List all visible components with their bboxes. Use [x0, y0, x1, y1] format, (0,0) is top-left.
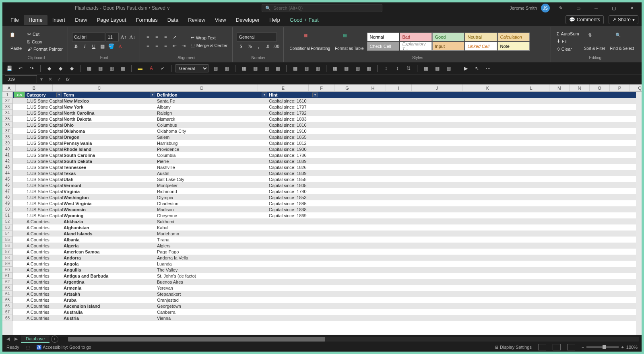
cell-hint[interactable]	[268, 291, 319, 297]
table-row[interactable]: 1.US State CapitalsWisconsinMadisonCapit…	[13, 206, 642, 212]
cell-definition[interactable]: Charleston	[156, 200, 268, 206]
menu-tab-formulas[interactable]: Formulas	[131, 15, 163, 25]
filter-icon[interactable]: ▼	[56, 93, 62, 97]
row-header[interactable]: 43	[2, 164, 13, 170]
cell-hint[interactable]	[268, 243, 319, 249]
cell-hint[interactable]	[268, 218, 319, 224]
search-box[interactable]: 🔍 Search (Alt+Q)	[262, 4, 382, 12]
increase-font-button[interactable]: A↑	[120, 33, 128, 41]
display-settings-button[interactable]: 🖥 Display Settings	[494, 345, 532, 350]
cell-term[interactable]: Antigua and Barbuda	[63, 273, 156, 279]
filter-icon[interactable]: ▼	[150, 93, 155, 97]
cell-term[interactable]: Oregon	[63, 134, 156, 140]
style-explanatory[interactable]: Explanatory T...	[400, 42, 432, 51]
cell-term[interactable]: New Mexico	[63, 98, 156, 104]
cell-category[interactable]: 1.US State Capitals	[26, 104, 63, 110]
row-header[interactable]: 1	[2, 92, 13, 98]
menu-tab-draw[interactable]: Draw	[70, 15, 92, 25]
cell-term[interactable]: Virginia	[63, 188, 156, 194]
cell-category[interactable]: 1.US State Capitals	[26, 140, 63, 146]
style-bad[interactable]: Bad	[400, 33, 432, 41]
cell-definition[interactable]: St. John's (de facto)	[156, 273, 268, 279]
cell-hint[interactable]: Capital since: 1885	[268, 200, 319, 206]
table-row[interactable]: 1.US State CapitalsWyomingCheyenneCapita…	[13, 212, 642, 218]
cell-hint[interactable]: Capital since: 1805	[268, 182, 319, 188]
cell-definition[interactable]: Stepanakert	[156, 291, 268, 297]
row-header[interactable]: 45	[2, 176, 13, 182]
column-header-D[interactable]: D	[146, 84, 258, 91]
table-row[interactable]: 1.US State CapitalsVirginiaRichmondCapit…	[13, 188, 642, 194]
cell-term[interactable]: South Carolina	[63, 152, 156, 158]
row-header[interactable]: 48	[2, 194, 13, 200]
cell-definition[interactable]: Nashville	[156, 164, 268, 170]
conditional-formatting-button[interactable]: ▦ Conditional Formatting	[288, 29, 332, 54]
zoom-out-icon[interactable]: −	[582, 345, 584, 350]
qat-icon-22[interactable]: ↕	[382, 64, 390, 73]
menu-tab-good-fast[interactable]: Good + Fast	[285, 15, 324, 25]
cell-term[interactable]: Utah	[63, 176, 156, 182]
find-select-button[interactable]: 🔍 Find & Select	[609, 29, 636, 54]
merge-center-button[interactable]: ⬚Merge & Center	[189, 42, 229, 49]
cell-hint[interactable]	[268, 309, 319, 315]
cell-definition[interactable]: Richmond	[156, 188, 268, 194]
table-row[interactable]: A CountriesAland IslandsMariehamn	[13, 231, 642, 237]
table-row[interactable]: A CountriesAngolaLuanda	[13, 261, 642, 267]
row-header[interactable]: 32	[2, 98, 13, 104]
zoom-in-icon[interactable]: +	[621, 345, 623, 350]
align-left-button[interactable]: ≡	[144, 42, 152, 50]
menu-tab-data[interactable]: Data	[163, 15, 183, 25]
header-hint[interactable]: Hint▼	[268, 92, 319, 98]
row-header[interactable]: 63	[2, 285, 13, 291]
column-header-J[interactable]: J	[412, 84, 462, 91]
cell-definition[interactable]: Kabul	[156, 224, 268, 231]
column-header-F[interactable]: F	[309, 84, 334, 91]
table-row[interactable]: A CountriesAscension IslandGeorgetown	[13, 303, 642, 309]
row-header[interactable]: 60	[2, 267, 13, 273]
table-row[interactable]: 1.US State CapitalsWest VirginiaCharlest…	[13, 200, 642, 206]
cell-category[interactable]: 1.US State Capitals	[26, 146, 63, 152]
cell-category[interactable]: A Countries	[26, 309, 63, 315]
table-row[interactable]: A CountriesArgentinaBuenos Aires	[13, 279, 642, 285]
accept-formula-icon[interactable]: ✓	[55, 75, 64, 84]
qat-icon-13[interactable]: ▦	[262, 64, 271, 73]
cell-hint[interactable]: Capital since: 1780	[268, 188, 319, 194]
align-center-button[interactable]: ≡	[153, 42, 161, 50]
cell-term[interactable]: West Virginia	[63, 200, 156, 206]
cell-definition[interactable]: Tirana	[156, 237, 268, 243]
cell-category[interactable]: 1.US State Capitals	[26, 182, 63, 188]
table-row[interactable]: A CountriesAntigua and BarbudaSt. John's…	[13, 273, 642, 279]
row-header[interactable]: 57	[2, 249, 13, 255]
macro-record-icon[interactable]: ⬚	[26, 345, 30, 350]
table-row[interactable]: A CountriesArubaOranjestad	[13, 297, 642, 303]
cell-term[interactable]: Oklahoma	[63, 128, 156, 134]
cell-category[interactable]: 1.US State Capitals	[26, 158, 63, 164]
table-row[interactable]: 1.US State CapitalsNew YorkAlbanyCapital…	[13, 104, 642, 110]
row-header[interactable]: 55	[2, 237, 13, 243]
cell-term[interactable]: Wyoming	[63, 212, 156, 218]
column-header-L[interactable]: L	[513, 84, 549, 91]
table-row[interactable]: A CountriesAnguillaThe Valley	[13, 267, 642, 273]
cell-hint[interactable]: Capital since: 1853	[268, 194, 319, 200]
cell-term[interactable]: Washington	[63, 194, 156, 200]
table-row[interactable]: A CountriesAustraliaCanberra	[13, 309, 642, 315]
cell-term[interactable]: Andorra	[63, 255, 156, 261]
cell-term[interactable]: Argentina	[63, 279, 156, 285]
cell-term[interactable]: Afghanistan	[63, 224, 156, 231]
cell-hint[interactable]	[268, 315, 319, 321]
decrease-font-button[interactable]: A↓	[128, 33, 136, 41]
cell-category[interactable]: A Countries	[26, 231, 63, 237]
qat-icon-25[interactable]: ▦	[421, 64, 430, 73]
table-row[interactable]: 1.US State CapitalsOklahomaOklahoma City…	[13, 128, 642, 134]
header-category[interactable]: Category▼	[26, 92, 63, 98]
cell-hint[interactable]: Capital since: 1869	[268, 212, 319, 218]
vertical-scrollbar[interactable]	[636, 92, 642, 335]
qat-icon-7[interactable]: ▦	[118, 64, 127, 73]
row-header[interactable]: 52	[2, 218, 13, 224]
sheet-tab-database[interactable]: Database	[21, 335, 50, 343]
cell-definition[interactable]: Albany	[156, 104, 268, 110]
cell-hint[interactable]: Capital since: 1900	[268, 146, 319, 152]
cell-hint[interactable]: Capital since: 1883	[268, 116, 319, 122]
cell-definition[interactable]: The Valley	[156, 267, 268, 273]
clear-button[interactable]: ◇Clear	[555, 45, 581, 52]
formula-input[interactable]	[72, 75, 642, 83]
